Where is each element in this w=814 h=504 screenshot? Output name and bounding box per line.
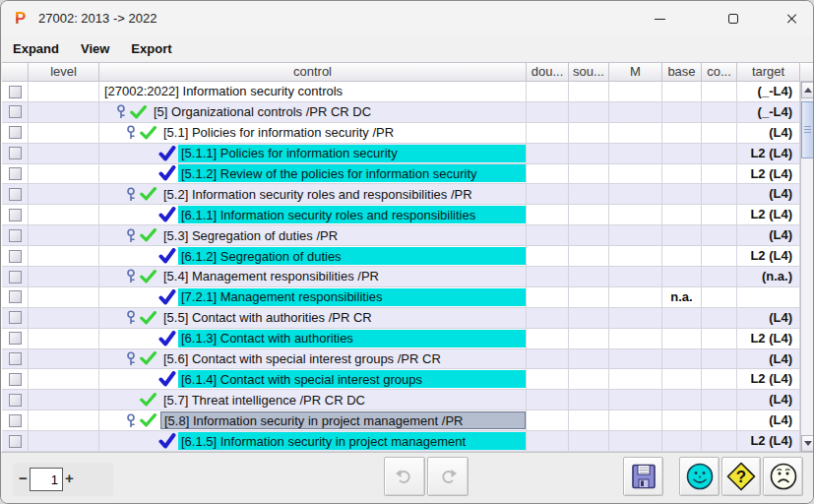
vertical-scrollbar[interactable] (800, 82, 814, 452)
row-checkbox[interactable] (9, 147, 22, 159)
row-checkbox[interactable] (9, 86, 22, 98)
control-label[interactable]: [5.2] Information security roles and res… (160, 185, 526, 203)
menu-expand[interactable]: Expand (3, 38, 69, 59)
table-row[interactable]: [5.4] Management responsibilities /PR(n.… (2, 267, 800, 287)
header-base[interactable]: base (662, 62, 702, 82)
table-row[interactable]: [5.3] Segregation of duties /PR(L4) (2, 225, 800, 246)
row-checkbox[interactable] (9, 394, 22, 407)
help-button[interactable]: ? (721, 457, 761, 496)
table-row[interactable]: [6.1.3] Contact with authoritiesL2 (L4) (2, 329, 800, 349)
row-checkbox[interactable] (9, 435, 22, 448)
row-checkbox[interactable] (9, 167, 22, 180)
control-label[interactable]: [6.1.3] Contact with authorities (178, 330, 526, 347)
control-label[interactable]: [5.1] Policies for information security … (160, 124, 526, 142)
control-label[interactable]: [7.2.1] Management responsibilities (178, 288, 526, 306)
table-row[interactable]: [5.1] Policies for information security … (2, 123, 800, 144)
zoom-in-button[interactable]: + (65, 470, 74, 486)
row-checkbox[interactable] (9, 126, 22, 139)
row-checkbox[interactable] (9, 311, 22, 324)
close-button[interactable] (769, 1, 814, 36)
header-control[interactable]: control (99, 62, 527, 82)
table-row[interactable]: [27002:2022] Information security contro… (2, 82, 800, 102)
zoom-value-input[interactable] (30, 468, 63, 491)
table-row[interactable]: [5.1.1] Policies for information securit… (2, 144, 800, 164)
table-row[interactable]: [7.2.1] Management responsibilitiesn.a. (2, 287, 800, 308)
minimize-button[interactable] (637, 1, 682, 36)
header-source[interactable]: sou... (569, 62, 609, 82)
table-row[interactable]: [5.5] Contact with authorities /PR CR(L4… (2, 308, 800, 329)
table-row[interactable]: [5.2] Information security roles and res… (2, 184, 800, 205)
target-value: (L4) (737, 184, 799, 204)
sad-face-button[interactable] (763, 457, 803, 496)
happy-face-button[interactable] (679, 457, 720, 496)
table-row[interactable]: [5.8] Information security in project ma… (2, 410, 800, 431)
control-label[interactable]: [6.1.2] Segregation of duties (178, 247, 526, 265)
scroll-down-button[interactable] (801, 435, 814, 452)
table-row[interactable]: [6.1.5] Information security in project … (2, 431, 800, 452)
save-button[interactable] (623, 457, 663, 496)
row-checkbox[interactable] (9, 188, 22, 201)
control-label[interactable]: [5.4] Management responsibilities /PR (160, 268, 526, 285)
control-label[interactable]: [5.7] Threat intelligence /PR CR DC (160, 391, 526, 409)
header-level[interactable]: level (29, 62, 99, 82)
row-checkbox[interactable] (9, 271, 22, 284)
scrollbar-thumb[interactable] (801, 101, 814, 158)
table-cell (702, 369, 737, 390)
control-label[interactable]: [27002:2022] Information security contro… (101, 83, 526, 100)
control-label[interactable]: [5.5] Contact with authorities /PR CR (160, 309, 526, 327)
control-label[interactable]: [6.1.4] Contact with special interest gr… (178, 370, 526, 388)
control-label[interactable]: [6.1.5] Information security in project … (178, 432, 526, 450)
row-checkbox[interactable] (9, 250, 22, 263)
table-cell (609, 308, 662, 329)
header-double[interactable]: dou... (527, 62, 569, 82)
header-target[interactable]: target (737, 62, 800, 82)
table-cell (29, 82, 99, 102)
header-comment[interactable]: co... (702, 62, 737, 82)
control-label[interactable]: [5.6] Contact with special interest grou… (160, 349, 526, 367)
table-row[interactable]: [6.1.4] Contact with special interest gr… (2, 369, 800, 390)
row-checkbox[interactable] (9, 332, 22, 345)
menu-view[interactable]: View (71, 38, 119, 59)
row-checkbox[interactable] (9, 229, 22, 242)
target-value: (L4) (737, 123, 799, 143)
table-row[interactable]: [5.7] Threat intelligence /PR CR DC(L4) (2, 390, 800, 410)
table-row[interactable]: [6.1.1] Information security roles and r… (2, 205, 800, 225)
target-value: (_-L4) (737, 82, 799, 101)
control-label[interactable]: [5.1.1] Policies for information securit… (178, 145, 526, 162)
table-cell: (L4) (737, 225, 800, 246)
table-row[interactable]: [5.1.2] Review of the policies for infor… (2, 164, 800, 185)
save-icon (630, 463, 657, 490)
control-label[interactable]: [6.1.1] Information security roles and r… (178, 206, 526, 223)
target-value: (L4) (737, 390, 799, 410)
zoom-out-button[interactable]: − (19, 470, 28, 486)
table-row[interactable]: [5.6] Contact with special interest grou… (2, 349, 800, 370)
header-m[interactable]: M (609, 62, 662, 82)
table-cell (702, 431, 737, 452)
table-row[interactable]: [5] Organizational controls /PR CR DC(_-… (2, 102, 800, 123)
undo-button[interactable] (384, 457, 425, 496)
header-checkbox-col[interactable] (2, 62, 29, 82)
row-checkbox[interactable] (9, 373, 22, 386)
target-value: (L4) (737, 308, 799, 328)
row-checkbox[interactable] (9, 209, 22, 221)
blue-check-icon (158, 146, 176, 161)
row-checkbox[interactable] (9, 352, 22, 365)
scroll-up-button[interactable] (801, 82, 814, 98)
control-label[interactable]: [5.8] Information security in project ma… (160, 411, 526, 429)
row-checkbox[interactable] (9, 105, 22, 118)
table-cell (2, 225, 29, 246)
row-checkbox[interactable] (9, 290, 22, 303)
maximize-icon (728, 14, 738, 24)
zoom-control: − + (13, 463, 113, 496)
control-label[interactable]: [5.1.2] Review of the policies for infor… (178, 164, 526, 182)
table-row[interactable]: [6.1.2] Segregation of dutiesL2 (L4) (2, 246, 800, 267)
maximize-button[interactable] (711, 1, 756, 36)
green-check-icon (140, 228, 157, 242)
target-value: L2 (L4) (737, 329, 799, 348)
redo-button[interactable] (427, 457, 469, 496)
menu-export[interactable]: Export (121, 38, 181, 59)
control-label[interactable]: [5.3] Segregation of duties /PR (160, 226, 526, 244)
tree-indent (99, 153, 158, 154)
control-label[interactable]: [5] Organizational controls /PR CR DC (151, 103, 526, 121)
row-checkbox[interactable] (9, 414, 22, 427)
